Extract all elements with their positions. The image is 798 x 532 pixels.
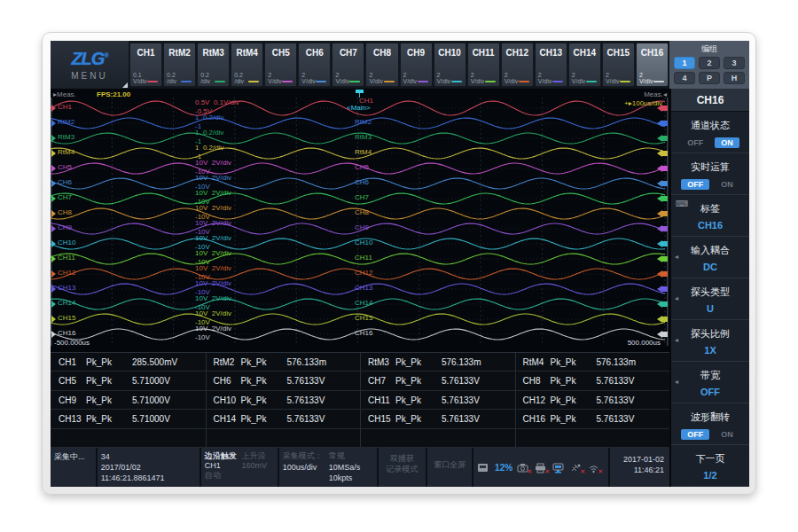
toggle-on[interactable]: ON xyxy=(715,137,739,148)
channel-color-swatch xyxy=(349,81,360,82)
tab-CH1[interactable]: CH1 0.1V/div xyxy=(129,43,162,87)
tab-CH14[interactable]: CH14 2V/div xyxy=(568,43,601,87)
section-label: 带宽 xyxy=(671,369,749,382)
group-button-1[interactable]: 1 xyxy=(674,57,695,69)
acquisition-mode-info[interactable]: 采集模式： 常规 100us/div 10MSa/s 10kpts xyxy=(279,448,379,487)
tab-RtM3[interactable]: RtM3 0.2/div xyxy=(197,43,230,87)
wave-midname-RtM3: RtM3 xyxy=(355,133,372,141)
tab-label: CH14 xyxy=(569,48,600,58)
tab-CH13[interactable]: CH13 2V/div xyxy=(535,43,567,87)
tab-label: CH13 xyxy=(536,48,567,58)
wave-midname-CH14: CH14 xyxy=(355,299,372,307)
sidebar-section-probe-type[interactable]: ◂探头类型U xyxy=(671,278,749,320)
wave-name-CH1: CH1 xyxy=(58,103,72,111)
tab-RtM2[interactable]: RtM2 0.2/div xyxy=(163,43,196,87)
group-button-P[interactable]: P xyxy=(699,72,720,84)
left-marker-CH5 xyxy=(51,165,56,172)
channel-color-swatch xyxy=(451,81,462,82)
gps-icon[interactable]: ✕ xyxy=(570,462,583,473)
tab-RtM4[interactable]: RtM4 0.2/div xyxy=(231,43,263,87)
tab-CH11[interactable]: CH11 2V/div xyxy=(467,43,500,87)
sidebar-section-bandwidth[interactable]: ◂带宽OFF xyxy=(671,362,749,403)
group-button-3[interactable]: 3 xyxy=(724,57,745,69)
wave-name-RtM4: RtM4 xyxy=(58,148,74,156)
tab-scale: 2V/div xyxy=(471,72,485,84)
tab-CH10[interactable]: CH10 2V/div xyxy=(434,43,466,87)
tab-CH12[interactable]: CH12 2V/div xyxy=(501,43,534,87)
meas-cell-CH7: CH7Pk_Pk5.76133V xyxy=(360,372,515,390)
right-marker-CH9 xyxy=(662,226,668,231)
tab-scale: 2V/div xyxy=(437,72,451,84)
left-marker-RtM2 xyxy=(51,120,56,127)
wave-scale-top-CH7: 10V 2V/div xyxy=(195,189,231,197)
group-button-4[interactable]: 4 xyxy=(674,72,695,84)
display-icon[interactable] xyxy=(552,462,566,473)
timebase-readout: +▸100us/div xyxy=(624,99,662,107)
channel-color-swatch xyxy=(586,81,597,82)
tab-CH5[interactable]: CH5 2V/div xyxy=(264,43,297,87)
toggle-on[interactable]: ON xyxy=(715,179,739,190)
meas-cell-CH5: CH5Pk_Pk5.71000V xyxy=(51,372,206,390)
tab-scale: 2V/div xyxy=(538,72,552,84)
trigger-edge: 上升沿 xyxy=(242,451,274,461)
meas-cell-CH9: CH9Pk_Pk5.71000V xyxy=(51,391,206,409)
right-marker-CH5 xyxy=(662,166,668,171)
sidebar-section-input-coupling[interactable]: ◂输入耦合DC xyxy=(671,237,749,278)
toggle-off[interactable]: OFF xyxy=(681,429,709,440)
wave-name-CH6: CH6 xyxy=(58,178,72,186)
sidebar-section-waveform-invert[interactable]: 波形翻转 OFF ON xyxy=(671,403,749,445)
camera-icon[interactable]: ✕ xyxy=(517,462,530,473)
tab-CH16[interactable]: CH16 2V/div xyxy=(636,43,669,87)
meas-cell-CH6: CH6Pk_Pk5.76133V xyxy=(206,372,361,390)
wave-name-CH9: CH9 xyxy=(58,223,72,231)
left-marker-CH6 xyxy=(51,180,56,187)
storage-usage: 12% xyxy=(495,463,512,473)
toggle-on[interactable]: ON xyxy=(715,429,739,440)
wave-midname-CH15: CH15 xyxy=(355,314,372,322)
sidebar-section-realtime-math[interactable]: 实时运算 OFF ON xyxy=(671,153,749,195)
menu-button[interactable]: ZLG® MENU xyxy=(51,41,129,89)
acquisition-timestamp: 2017/01/02 11:46:21.8861471 xyxy=(101,462,196,483)
sidebar-section-next-page[interactable]: 下一页1/2 xyxy=(671,445,749,487)
group-button-H[interactable]: H xyxy=(724,72,745,84)
toggle-off[interactable]: OFF xyxy=(681,179,709,190)
printer-icon[interactable]: ✕ xyxy=(535,462,548,473)
meas-left-label[interactable]: ▸Meas. xyxy=(53,90,76,98)
tab-CH7[interactable]: CH7 2V/div xyxy=(332,43,364,87)
sidebar-section-probe-ratio[interactable]: ◂探头比例1X xyxy=(671,320,749,362)
trigger-info[interactable]: 边沿触发 CH1 自动 上升沿 160mV xyxy=(201,448,279,487)
tab-CH6[interactable]: CH6 2V/div xyxy=(298,43,331,87)
wave-midname-CH6: CH6 xyxy=(355,178,369,186)
wifi-icon[interactable]: ✕ xyxy=(588,462,601,473)
waveform-display[interactable]: CH10.5V 0.1V/div-0.5VCH1RtM21 0.2/div-1R… xyxy=(51,89,669,352)
acq-sample-rate: 10MSa/s xyxy=(329,463,375,474)
trigger-level: 160mV xyxy=(242,461,274,471)
fullscreen-button[interactable]: 窗口全屏 xyxy=(427,448,473,487)
meas-cell-CH10: CH10Pk_Pk5.76133V xyxy=(206,391,361,409)
channel-color-swatch xyxy=(215,81,225,82)
tab-CH8[interactable]: CH8 2V/div xyxy=(365,43,398,87)
tab-label: CH5 xyxy=(265,48,296,58)
section-value: OFF xyxy=(671,387,749,397)
sidebar-title: CH16 xyxy=(671,89,749,112)
wave-scale-top-RtM3: 1 0.2/div xyxy=(195,129,223,137)
wave-name-CH8: CH8 xyxy=(58,208,72,216)
tab-scale: 2V/div xyxy=(301,72,316,84)
wave-name-CH7: CH7 xyxy=(58,193,72,201)
section-label: 输入耦合 xyxy=(671,244,749,257)
channel-color-swatch xyxy=(248,81,259,82)
right-marker-CH14 xyxy=(662,301,668,307)
wave-name-CH5: CH5 xyxy=(58,163,72,171)
tab-CH15[interactable]: CH15 2V/div xyxy=(602,43,635,87)
meas-right-label[interactable]: Meas.◂ xyxy=(644,90,667,98)
tab-CH9[interactable]: CH9 2V/div xyxy=(400,43,433,87)
wave-scale-top-CH11: 10V 2V/div xyxy=(195,249,231,257)
toggle-off[interactable]: OFF xyxy=(681,137,709,148)
dual-capture-button[interactable]: 双捕获 记录模式 xyxy=(379,448,428,487)
measurement-row: CH9Pk_Pk5.71000V CH10Pk_Pk5.76133V CH11P… xyxy=(51,391,669,410)
wave-scale-top-CH6: 10V 2V/div xyxy=(195,174,231,182)
sidebar-section-channel-state[interactable]: 通道状态 OFF ON xyxy=(671,112,749,153)
wave-scale-top-CH14: 10V 2V/div xyxy=(195,294,231,302)
sidebar-section-label[interactable]: ⌨标签CH16 xyxy=(671,195,749,237)
group-button-2[interactable]: 2 xyxy=(699,57,720,69)
